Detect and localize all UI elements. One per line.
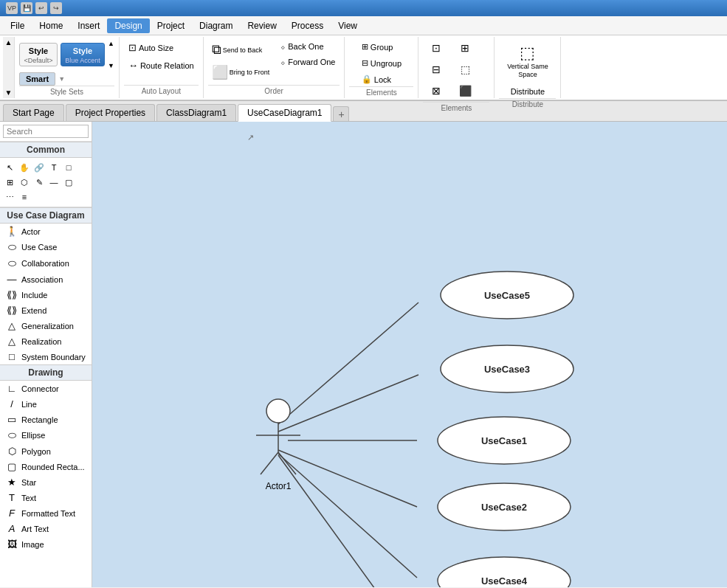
lock-btn[interactable]: 🔒 Lock — [357, 72, 396, 86]
include-icon: ⟪⟫ — [6, 289, 18, 300]
menu-process[interactable]: Process — [284, 18, 331, 33]
sidebar-item-polygon[interactable]: ⬡ Polygon — [0, 443, 92, 459]
sidebar-common-label: Common — [0, 142, 92, 158]
sidebar-item-image[interactable]: 🖼 Image — [0, 536, 92, 552]
sidebar-item-ellipse[interactable]: ⬭ Ellipse — [0, 427, 92, 443]
align-top-btn[interactable]: ⬚ — [452, 61, 478, 80]
tab-start-page[interactable]: Start Page — [3, 104, 64, 121]
tool-dashed[interactable]: ⋯ — [3, 190, 16, 204]
menu-project[interactable]: Project — [150, 18, 192, 33]
ribbon-scroll-up[interactable]: ▲ — [5, 38, 13, 46]
style-blue-btn[interactable]: Style Blue Accent — [61, 43, 105, 66]
vertical-same-space-btn[interactable]: ⬚ Vertical SameSpace — [500, 40, 555, 83]
sidebar-item-art-text[interactable]: A Art Text — [0, 521, 92, 536]
sidebar-item-generalization[interactable]: △ Generalization — [0, 318, 92, 333]
style-default-btn[interactable]: Style <Default> — [19, 43, 58, 66]
sidebar-item-formatted-text[interactable]: F Formatted Text — [0, 505, 92, 521]
polygon-icon: ⬡ — [6, 446, 18, 457]
route-relation-btn[interactable]: ↔ Route Relation — [124, 58, 199, 73]
sidebar-item-actor-label: Actor — [21, 227, 41, 236]
ribbon-group-distribute: ⬚ Vertical SameSpace Distribute Distribu… — [495, 37, 561, 98]
tool-edit[interactable]: ✎ — [32, 176, 46, 189]
smart-btn[interactable]: Smart — [19, 72, 55, 86]
style-sets-dropdown[interactable]: ▼ — [58, 75, 65, 83]
sidebar-item-connector[interactable]: ∟ Connector — [0, 381, 92, 396]
save-icon[interactable]: 💾 — [21, 2, 32, 14]
sidebar-item-rounded-rect[interactable]: ▢ Rounded Recta... — [0, 459, 92, 474]
tool-shape[interactable]: ⬡ — [18, 176, 31, 189]
menu-view[interactable]: View — [331, 18, 365, 33]
ungroup-btn[interactable]: ⊟ Ungroup — [357, 56, 406, 70]
style-blue-sub: Blue Accent — [65, 57, 100, 64]
forward-one-label: Forward One — [288, 58, 335, 66]
sidebar-item-collaboration-label: Collaboration — [21, 259, 69, 268]
tool-text[interactable]: T — [47, 161, 61, 174]
horizontal-same-space-btn[interactable]: ⊠ — [423, 83, 449, 102]
menu-insert[interactable]: Insert — [70, 18, 107, 33]
sidebar-item-extend[interactable]: ⟪⟫ Extend — [0, 302, 92, 318]
align-right-btn[interactable]: ⊟ — [423, 61, 449, 80]
align-bottom-btn[interactable]: ⬛ — [452, 83, 478, 102]
send-to-back-label: Send to Back — [223, 46, 263, 54]
tool-more[interactable]: ≡ — [18, 190, 31, 204]
menu-design[interactable]: Design — [107, 18, 149, 33]
send-to-back-btn[interactable]: ⧉ Send to Back — [208, 40, 274, 60]
back-one-btn[interactable]: ⬦ Back One — [276, 40, 340, 53]
align-center-btn[interactable]: ⊞ — [452, 40, 478, 59]
svg-rect-0 — [92, 122, 727, 587]
ribbon-scroll-down[interactable]: ▼ — [5, 89, 13, 97]
ellipse-icon: ⬭ — [6, 429, 18, 441]
sidebar-item-star[interactable]: ★ Star — [0, 474, 92, 490]
menu-home[interactable]: Home — [32, 18, 70, 33]
rounded-rect-icon: ▢ — [6, 461, 18, 472]
sidebar-item-realization[interactable]: △ Realization — [0, 333, 92, 349]
menu-diagram[interactable]: Diagram — [192, 18, 240, 33]
sidebar-item-generalization-label: Generalization — [21, 322, 74, 331]
tool-link[interactable]: 🔗 — [32, 161, 46, 174]
bring-to-front-btn[interactable]: ⬜ Bring to Front — [208, 62, 274, 83]
sidebar-item-usecase[interactable]: ⬭ Use Case — [0, 239, 92, 255]
sidebar-item-line[interactable]: / Line — [0, 396, 92, 412]
undo-icon[interactable]: ↩ — [35, 2, 47, 14]
tool-border[interactable]: ▢ — [62, 176, 75, 189]
menu-file[interactable]: File — [3, 18, 32, 33]
tab-class-diagram1[interactable]: ClassDiagram1 — [156, 104, 236, 121]
ribbon-group-elements: ⊞ Group ⊟ Ungroup 🔒 Lock Elements — [345, 37, 418, 98]
elements-content: ⊞ Group ⊟ Ungroup 🔒 Lock — [357, 40, 406, 86]
style-scroll[interactable]: ▲ ▼ — [108, 40, 114, 69]
distribute-btn[interactable]: Distribute — [504, 85, 551, 98]
sidebar-item-line-label: Line — [21, 400, 37, 409]
tool-select[interactable]: ↖ — [3, 161, 16, 174]
tab-project-properties[interactable]: Project Properties — [66, 104, 155, 121]
tool-note[interactable]: □ — [62, 161, 75, 174]
tab-usecase-diagram1[interactable]: UseCaseDiagram1 — [238, 104, 331, 122]
auto-size-btn[interactable]: ⊡ Auto Size — [124, 40, 178, 55]
align-left-btn[interactable]: ⊡ — [423, 40, 449, 59]
sidebar-item-actor[interactable]: 🚶 Actor — [0, 224, 92, 239]
redo-icon[interactable]: ↪ — [50, 2, 62, 14]
lock-label: Lock — [374, 75, 391, 84]
actor-label: Actor1 — [266, 481, 292, 491]
sidebar-item-association[interactable]: — Association — [0, 271, 92, 287]
group-btn[interactable]: ⊞ Group — [357, 40, 398, 54]
sidebar-item-include[interactable]: ⟪⟫ Include — [0, 287, 92, 302]
tool-hand[interactable]: ✋ — [18, 161, 31, 174]
collaboration-icon: ⬭ — [6, 257, 18, 269]
sidebar-item-system-boundary[interactable]: □ System Boundary — [0, 349, 92, 364]
sidebar-item-text[interactable]: T Text — [0, 490, 92, 505]
canvas[interactable]: ↗ Actor1 — [92, 122, 727, 587]
tool-line[interactable]: — — [47, 176, 61, 189]
cursor-pos: ↗ — [247, 133, 254, 142]
ribbon: ▲ ▼ Style <Default> Style Blue Accent ▲ — [0, 35, 727, 101]
forward-one-btn[interactable]: ⬦ Forward One — [276, 55, 340, 69]
actor-head[interactable] — [266, 399, 290, 423]
sidebar-item-rectangle[interactable]: ▭ Rectangle — [0, 412, 92, 427]
menu-review[interactable]: Review — [240, 18, 283, 33]
group-icon: ⊞ — [362, 42, 368, 52]
tool-table[interactable]: ⊞ — [3, 176, 16, 189]
rectangle-icon: ▭ — [6, 414, 18, 425]
tab-add-btn[interactable]: + — [333, 106, 349, 121]
sidebar-item-collaboration[interactable]: ⬭ Collaboration — [0, 255, 92, 271]
usecase-icon: ⬭ — [6, 241, 18, 253]
sidebar-search-input[interactable] — [3, 125, 89, 138]
